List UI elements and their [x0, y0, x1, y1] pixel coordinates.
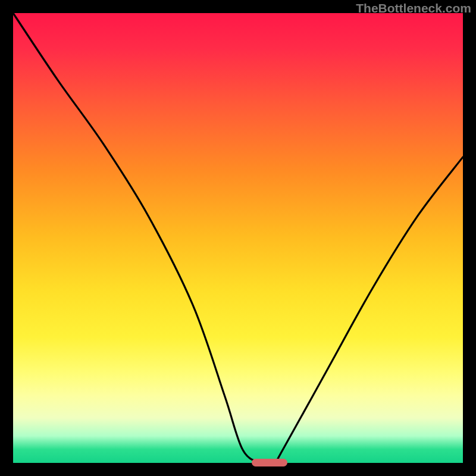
- plot-area: [13, 13, 463, 463]
- optimal-range-marker: [252, 459, 287, 466]
- curve-path: [13, 13, 463, 465]
- chart-frame: TheBottleneck.com: [0, 0, 476, 476]
- bottleneck-curve: [13, 13, 463, 463]
